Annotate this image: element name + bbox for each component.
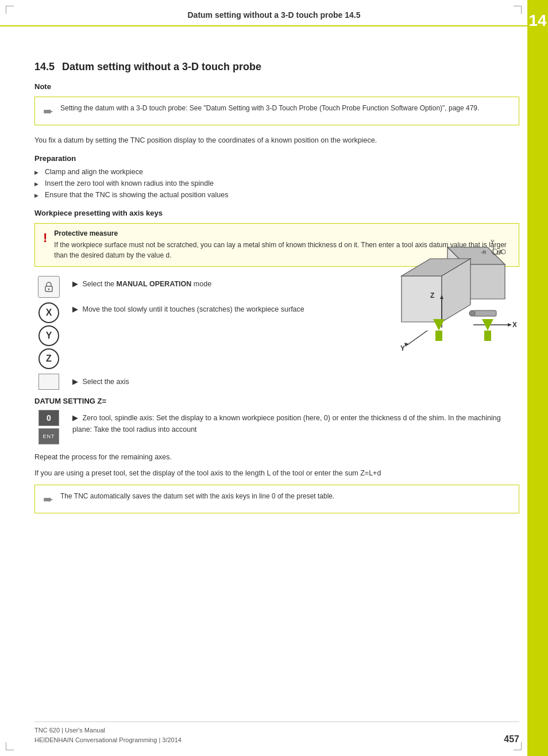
- chapter-number: 14: [528, 11, 546, 30]
- manual-icon-svg: [43, 281, 55, 293]
- preparation-list: Clamp and align the workpiece Insert the…: [34, 166, 519, 201]
- workpiece-diagram: X Y Z Y X -R R: [384, 230, 516, 362]
- footer-left: TNC 620 | User's Manual HEIDENHAIN Conve…: [34, 726, 182, 745]
- instruction-row-datum: 0 ENT ▶ Zero tool, spindle axis: Set the…: [34, 410, 519, 444]
- icon-cell-empty: [34, 374, 63, 390]
- header-title: Datum setting without a 3-D touch probe …: [187, 10, 360, 20]
- note-arrow-2-icon: ➨: [43, 492, 53, 507]
- note-box-2: ➨ The TNC automatically saves the datum …: [34, 485, 519, 513]
- empty-key-icon: [38, 374, 59, 390]
- axis-z-icon: Z: [38, 348, 59, 369]
- axis-y-icon: Y: [38, 325, 59, 346]
- workpiece-presetting-heading: Workpiece presetting with axis keys: [34, 209, 519, 217]
- note-arrow-icon: ➨: [43, 104, 53, 119]
- preparation-heading: Preparation: [34, 154, 519, 163]
- ent-key-icon: ENT: [38, 428, 59, 444]
- manual-operation-icon: [38, 276, 60, 298]
- svg-text:R: R: [497, 250, 501, 255]
- svg-text:X: X: [512, 321, 516, 329]
- footer-line1: TNC 620 | User's Manual: [34, 726, 182, 735]
- note-box-text: Setting the datum with a 3-D touch probe…: [60, 103, 479, 113]
- page-header: Datum setting without a 3-D touch probe …: [0, 0, 548, 26]
- footer-line2: HEIDENHAIN Conversational Programming | …: [34, 735, 182, 745]
- repeat-text: Repeat the process for the remaining axe…: [34, 451, 519, 463]
- svg-text:Y: Y: [400, 344, 405, 352]
- section-number: 14.5: [34, 61, 55, 72]
- svg-point-1: [48, 289, 50, 290]
- icon-cell-axes: X Y Z: [34, 302, 63, 369]
- svg-marker-27: [433, 319, 445, 331]
- svg-marker-9: [508, 323, 512, 327]
- svg-text:Z: Z: [430, 291, 434, 300]
- chapter-tab: 14: [527, 0, 548, 756]
- axis-x-icon: X: [38, 302, 59, 323]
- icon-cell-manual: [34, 276, 63, 298]
- svg-rect-17: [473, 310, 496, 316]
- diagram-container: X Y Z Y X -R R: [384, 230, 516, 364]
- prep-item-3: Ensure that the TNC is showing the actua…: [34, 189, 519, 201]
- note-box-2-text: The TNC automatically saves the datum se…: [60, 491, 334, 501]
- svg-rect-28: [435, 331, 442, 341]
- svg-text:-R: -R: [481, 250, 487, 255]
- instruction-text-datum: ▶ Zero tool, spindle axis: Set the displ…: [72, 410, 519, 435]
- svg-line-11: [407, 331, 427, 345]
- corner-mark-tr: [514, 6, 522, 14]
- svg-rect-30: [484, 331, 491, 341]
- manual-operation-bold: MANUAL OPERATION: [117, 280, 192, 288]
- zero-key-icon: 0: [38, 410, 59, 426]
- section-title: 14.5 Datum setting without a 3-D touch p…: [34, 61, 519, 73]
- svg-text:Y: Y: [491, 239, 495, 245]
- note-box: ➨ Setting the datum with a 3-D touch pro…: [34, 97, 519, 125]
- datum-text: Zero tool, spindle axis: Set the display…: [72, 414, 501, 433]
- instruction-text-select-axis: ▶ Select the axis: [72, 374, 519, 387]
- prep-item-1: Clamp and align the workpiece: [34, 166, 519, 178]
- datum-setting-heading: DATUM SETTING Z=: [34, 397, 519, 405]
- page-footer: TNC 620 | User's Manual HEIDENHAIN Conve…: [34, 722, 519, 745]
- select-axis-text: Select the axis: [82, 378, 129, 386]
- prep-item-2: Insert the zero tool with known radius i…: [34, 178, 519, 189]
- icon-cell-datum: 0 ENT: [34, 410, 63, 444]
- page-number: 457: [504, 734, 519, 745]
- svg-point-18: [469, 310, 475, 316]
- note-label: Note: [34, 82, 519, 91]
- svg-marker-5: [402, 276, 442, 322]
- preset-text: If you are using a preset tool, set the …: [34, 467, 519, 479]
- warning-icon: !: [43, 231, 47, 245]
- body-intro: You fix a datum by setting the TNC posit…: [34, 135, 519, 146]
- corner-mark-tl: [6, 6, 14, 14]
- corner-mark-bl: [6, 742, 14, 750]
- instruction-row-select-axis: ▶ Select the axis: [34, 374, 519, 390]
- section-title-text: Datum setting without a 3-D touch probe: [62, 61, 261, 72]
